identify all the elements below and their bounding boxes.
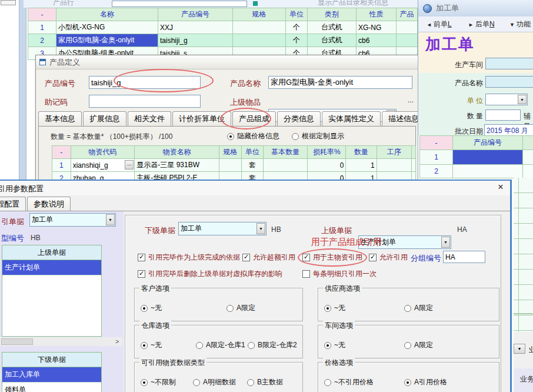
radio-icon bbox=[404, 305, 411, 312]
cell-rownum[interactable]: 1 bbox=[52, 159, 71, 172]
sidebar-hscrollbar[interactable]: > bbox=[0, 337, 122, 346]
chevron-down-icon: ▼ bbox=[106, 214, 115, 225]
tab-extended-info[interactable]: 扩展信息 bbox=[83, 111, 126, 126]
radio-workshop-limited[interactable]: A限定 bbox=[404, 340, 433, 350]
functions-button[interactable]: ▼ 功能 bbox=[509, 19, 531, 29]
cell-qty[interactable]: 1 bbox=[346, 159, 377, 172]
tab-pricing-unit[interactable]: 计价折算单位 bbox=[172, 111, 231, 126]
tab-process-config[interactable]: 程配置 bbox=[0, 197, 26, 211]
cell-rownum[interactable]: 1 bbox=[420, 150, 453, 165]
cell-category[interactable]: 台式机 bbox=[308, 21, 357, 34]
unit-combo[interactable]: ▼ bbox=[485, 94, 528, 105]
checkbox-ref-complete-basis[interactable]: 引用完毕作为上级完成的依据 bbox=[138, 253, 240, 263]
workshop-input[interactable] bbox=[485, 58, 533, 69]
tab-basic-info[interactable]: 基本信息 bbox=[38, 111, 82, 126]
radio-customer-none[interactable]: ~无 bbox=[141, 303, 162, 313]
product-code-input[interactable]: taishiji_g bbox=[89, 76, 201, 89]
cell-category[interactable]: 台式机 bbox=[308, 34, 357, 47]
tab-description[interactable]: 描述信息 bbox=[382, 111, 418, 126]
window-edge-strip bbox=[19, 0, 26, 180]
mnemonic-input[interactable] bbox=[89, 95, 201, 108]
cell-product[interactable] bbox=[397, 34, 418, 47]
radio-warehouse-b[interactable]: B限定-仓库2 bbox=[248, 340, 297, 350]
next-doc-button[interactable]: ► 后单N bbox=[468, 19, 495, 29]
tab-product-composition[interactable]: 产品组成 bbox=[232, 111, 276, 126]
qty-input[interactable] bbox=[485, 109, 521, 121]
radio-warehouse-a[interactable]: A限定-仓库1 bbox=[196, 340, 245, 350]
radio-price-no-ref[interactable]: ~不引用价格 bbox=[324, 377, 374, 387]
cell-product-code[interactable] bbox=[453, 165, 523, 178]
product-name-input[interactable]: 家用G型电脑-金奥-onlyit bbox=[268, 76, 412, 89]
cell-material-code[interactable]: xianshiqi_g ... bbox=[71, 159, 135, 172]
cell-unit[interactable]: 套 bbox=[242, 159, 264, 172]
lower-doc-combo[interactable]: 加工单 ▼ bbox=[178, 222, 266, 235]
radio-material-unlimited[interactable]: ~不限制 bbox=[141, 377, 176, 387]
group-number-input[interactable]: HA bbox=[443, 251, 485, 263]
radio-custom-display[interactable]: 根据定制显示 bbox=[292, 131, 344, 141]
radio-supplier-none[interactable]: ~无 bbox=[324, 303, 345, 313]
tab-entity-attributes[interactable]: 实体属性定义 bbox=[322, 111, 381, 126]
checkbox-delete-virtual-stock[interactable]: 引用完毕后删除上级单据对虚拟库存的影响 bbox=[138, 269, 282, 279]
next-doc-key: N bbox=[489, 20, 495, 28]
cell-material-name[interactable]: 显示器-三星 931BW bbox=[135, 159, 219, 172]
cell-spec[interactable] bbox=[233, 21, 286, 34]
checkbox-allow-excess[interactable]: 允许超额引用 bbox=[242, 253, 295, 263]
table-row[interactable]: 1 bbox=[420, 150, 533, 165]
cell-unit[interactable]: 个 bbox=[286, 34, 308, 47]
cell-base-qty[interactable] bbox=[264, 159, 308, 172]
prev-doc-button[interactable]: ◄ 前单L bbox=[427, 19, 452, 29]
scroll-right-arrow[interactable]: > bbox=[115, 338, 119, 345]
functions-label: 功能 bbox=[517, 19, 531, 29]
cell-more-button[interactable]: ... bbox=[125, 160, 134, 170]
cell-name[interactable]: 小型机-XG-NG bbox=[56, 21, 158, 34]
cell-name-selected[interactable]: 家用G型电脑-金奥-onlyit bbox=[56, 34, 158, 47]
radio-warehouse-none[interactable]: ~无 bbox=[141, 340, 162, 350]
radio-price-ref[interactable]: A引用价格 bbox=[404, 377, 447, 387]
background-search-input[interactable] bbox=[112, 1, 247, 7]
cell-unit[interactable]: 个 bbox=[286, 21, 308, 34]
cell-rownum[interactable]: 2 bbox=[28, 34, 56, 47]
checkbox-ref-once[interactable]: 每条明细只引用一次 bbox=[302, 269, 377, 279]
scrollbar-thumb[interactable] bbox=[1, 338, 33, 345]
checkbox-main-material-ref[interactable]: 用于主物资引用 bbox=[302, 253, 362, 263]
tab-related-files[interactable]: 相关文件 bbox=[128, 111, 171, 126]
cell-code[interactable]: taishiji_g bbox=[158, 34, 233, 47]
ref-doc-combo[interactable]: 加工单 ▼ bbox=[29, 213, 116, 227]
list-item[interactable]: 加工入库单 bbox=[2, 367, 101, 383]
table-row[interactable]: 1 xianshiqi_g ... 显示器-三星 931BW 套 0 1 bbox=[52, 159, 416, 172]
product-name-input[interactable] bbox=[485, 76, 533, 88]
table-row[interactable]: 1 小型机-XG-NG XXJ 个 台式机 XG-NG bbox=[28, 21, 418, 34]
cell-rownum[interactable]: 1 bbox=[28, 21, 56, 34]
grid-vline bbox=[518, 178, 519, 332]
checkbox-allow-ref[interactable]: 允许引用 bbox=[369, 253, 408, 263]
cell-loss-rate[interactable]: 0 bbox=[308, 159, 346, 172]
cell-rownum[interactable]: 2 bbox=[420, 165, 453, 178]
fragment-dropdown-button[interactable]: ▼ bbox=[514, 344, 525, 354]
radio-material-detail[interactable]: A明细数据 bbox=[193, 377, 236, 387]
cell-spec[interactable] bbox=[233, 34, 286, 47]
list-item[interactable]: 生产计划单 bbox=[2, 260, 101, 275]
radio-hide-price[interactable]: 隐藏价格信息 bbox=[227, 131, 279, 141]
next-doc-icon: ► bbox=[468, 22, 474, 28]
radio-supplier-limited[interactable]: A限定 bbox=[404, 303, 433, 313]
table-row[interactable]: 2 家用G型电脑-金奥-onlyit taishiji_g 个 台式机 cb6 bbox=[28, 34, 418, 47]
cell-extra[interactable] bbox=[523, 150, 533, 165]
cell-property[interactable]: cb6 bbox=[357, 34, 397, 47]
cell-code[interactable]: XXJ bbox=[158, 21, 233, 34]
cell-product[interactable] bbox=[397, 21, 418, 34]
radio-customer-limited[interactable]: A限定 bbox=[226, 303, 255, 313]
cell-property[interactable]: XG-NG bbox=[357, 21, 397, 34]
cell-spec[interactable] bbox=[219, 159, 242, 172]
close-button[interactable]: × bbox=[494, 181, 507, 192]
parent-more-button[interactable]: ... bbox=[408, 96, 414, 104]
cell-extra[interactable] bbox=[412, 159, 416, 172]
cell-product-code-selected[interactable] bbox=[453, 150, 523, 165]
table-row[interactable]: 2 bbox=[420, 165, 533, 178]
tab-parameter-help[interactable]: 参数说明 bbox=[27, 197, 71, 211]
tab-classification[interactable]: 分类信息 bbox=[277, 111, 321, 126]
list-item[interactable]: 领料单 bbox=[2, 383, 101, 392]
cell-process[interactable] bbox=[377, 159, 412, 172]
cell-extra[interactable] bbox=[523, 165, 533, 178]
radio-workshop-none[interactable]: ~无 bbox=[324, 340, 345, 350]
radio-material-master[interactable]: B主数据 bbox=[247, 377, 283, 387]
